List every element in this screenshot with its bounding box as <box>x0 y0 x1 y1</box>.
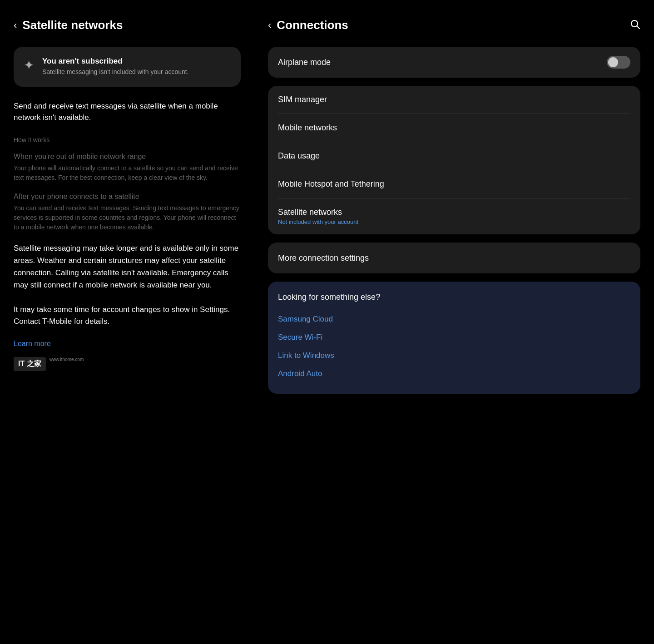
sim-manager-label: SIM manager <box>278 95 630 104</box>
looking-card: Looking for something else? Samsung Clou… <box>268 282 640 394</box>
right-header-left: ‹ Connections <box>268 18 348 32</box>
more-connection-settings-card[interactable]: More connection settings <box>268 243 640 273</box>
subscription-description: Satellite messaging isn't included with … <box>42 68 189 77</box>
watermark-container: IT 之家 www.ithome.com <box>14 357 241 371</box>
back-button-left[interactable]: ‹ <box>14 20 17 31</box>
left-page-title: Satellite networks <box>22 18 123 32</box>
watermark-cn: 之家 <box>27 360 41 367</box>
mobile-networks-item[interactable]: Mobile networks <box>278 114 630 142</box>
mobile-hotspot-item[interactable]: Mobile Hotspot and Tethering <box>278 170 630 198</box>
watermark-url: www.ithome.com <box>50 357 84 362</box>
satellite-icon: ✦ <box>24 58 34 73</box>
link-to-windows-link[interactable]: Link to Windows <box>278 347 630 365</box>
more-connection-settings-label: More connection settings <box>278 253 369 263</box>
airplane-mode-card: Airplane mode <box>268 47 640 78</box>
connections-card: SIM manager Mobile networks Data usage M… <box>268 86 640 234</box>
toggle-knob <box>608 57 618 67</box>
looking-title: Looking for something else? <box>278 292 630 302</box>
subscription-card: ✦ You aren't subscribed Satellite messag… <box>14 47 241 87</box>
how-it-works-label: How it works <box>14 136 241 144</box>
airplane-mode-label: Airplane mode <box>278 58 331 67</box>
satellite-networks-item[interactable]: Satellite networks Not included with you… <box>278 198 630 234</box>
how-it-works-item-1: When you're out of mobile network range … <box>14 153 241 183</box>
warning-paragraph: Satellite messaging may take longer and … <box>14 242 241 292</box>
right-panel: ‹ Connections Airplane mode SIM manager … <box>254 0 654 644</box>
data-usage-item[interactable]: Data usage <box>278 142 630 170</box>
data-usage-label: Data usage <box>278 151 630 161</box>
how-item-2-desc: You can send and receive text messages. … <box>14 203 241 232</box>
how-item-2-title: After your phone connects to a satellite <box>14 193 241 201</box>
android-auto-link[interactable]: Android Auto <box>278 365 630 383</box>
main-description: Send and receive text messages via satel… <box>14 100 241 124</box>
mobile-hotspot-label: Mobile Hotspot and Tethering <box>278 179 630 189</box>
svg-line-1 <box>637 26 640 29</box>
learn-more-link[interactable]: Learn more <box>14 340 51 347</box>
satellite-networks-label: Satellite networks <box>278 208 630 217</box>
right-page-title: Connections <box>277 18 348 32</box>
subscription-text: You aren't subscribed Satellite messagin… <box>42 57 189 77</box>
back-button-right[interactable]: ‹ <box>268 20 271 31</box>
left-panel: ‹ Satellite networks ✦ You aren't subscr… <box>0 0 254 644</box>
how-it-works-item-2: After your phone connects to a satellite… <box>14 193 241 232</box>
how-item-1-desc: Your phone will automatically connect to… <box>14 163 241 183</box>
right-header: ‹ Connections <box>268 18 640 32</box>
secure-wifi-link[interactable]: Secure Wi-Fi <box>278 328 630 347</box>
sim-manager-item[interactable]: SIM manager <box>278 86 630 114</box>
subscription-title: You aren't subscribed <box>42 57 189 66</box>
mobile-networks-label: Mobile networks <box>278 123 630 133</box>
watermark-it: IT <box>18 360 27 367</box>
watermark-box: IT 之家 <box>14 357 46 371</box>
account-paragraph: It may take some time for account change… <box>14 304 241 327</box>
airplane-mode-toggle[interactable] <box>607 56 630 69</box>
left-header: ‹ Satellite networks <box>14 18 241 32</box>
satellite-networks-sub: Not included with your account <box>278 218 630 225</box>
how-item-1-title: When you're out of mobile network range <box>14 153 241 161</box>
samsung-cloud-link[interactable]: Samsung Cloud <box>278 310 630 328</box>
search-button[interactable] <box>629 19 640 32</box>
